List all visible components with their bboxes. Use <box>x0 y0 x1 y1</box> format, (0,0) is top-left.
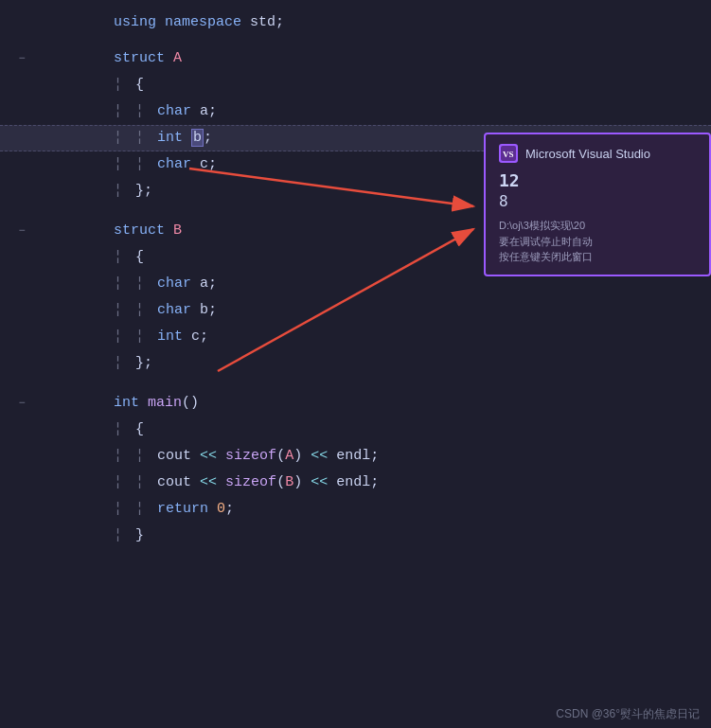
fold-icon-main[interactable]: − <box>15 397 28 410</box>
popup-title: Microsoft Visual Studio <box>525 147 650 161</box>
code-area: using namespace std; − struct A ¦{ <box>0 0 711 728</box>
popup-value-2: 8 <box>499 192 696 210</box>
vs-icon: VS <box>499 144 518 163</box>
popup-path: D:\oj\3模拟实现\20 要在调试停止时自动 按任意键关闭此窗口 <box>499 218 696 265</box>
popup-header: VS Microsoft Visual Studio <box>499 144 696 163</box>
svg-text:VS: VS <box>503 150 514 159</box>
popup-value-1: 12 <box>499 170 696 190</box>
fold-icon-a[interactable]: − <box>15 52 28 65</box>
gutter-10: − <box>0 224 38 238</box>
fold-icon-b[interactable]: − <box>15 224 28 238</box>
line-22: ¦} <box>0 523 711 549</box>
editor-container: using namespace std; − struct A ¦{ <box>0 0 711 728</box>
attribution: CSDN @36°熨斗的焦虑日记 <box>556 706 700 722</box>
popup-panel: VS Microsoft Visual Studio 12 8 D:\oj\3模… <box>484 133 711 276</box>
code-22: ¦} <box>38 496 144 576</box>
gutter-3: − <box>0 52 38 65</box>
gutter-17: − <box>0 397 38 410</box>
